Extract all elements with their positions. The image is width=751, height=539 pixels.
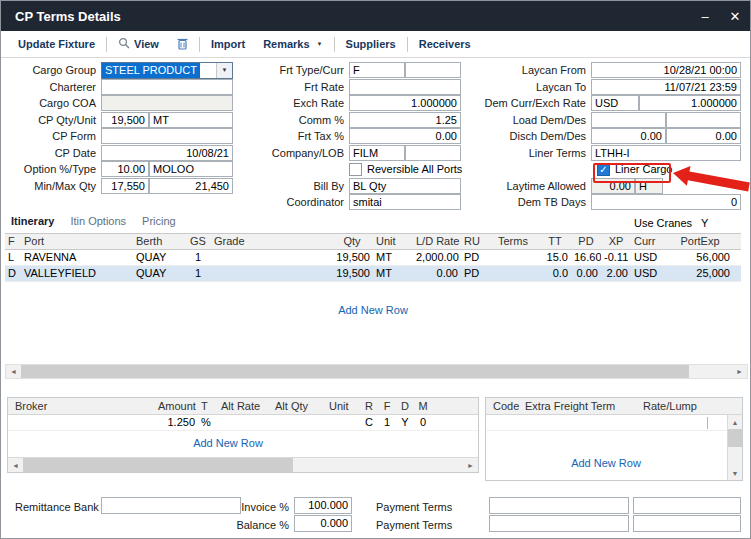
- scrollbar-thumb[interactable]: [21, 365, 689, 378]
- cp-date-field[interactable]: 10/08/21: [101, 145, 233, 161]
- laytime-allowed-field[interactable]: 0.00: [591, 178, 635, 194]
- remittance-bank-field[interactable]: [101, 497, 241, 514]
- liner-terms-field[interactable]: LTHH-I: [591, 145, 741, 161]
- header-cell[interactable]: Alt Rate: [218, 399, 272, 414]
- option-type-field[interactable]: MOLOO: [149, 161, 233, 177]
- extra-freight-add-new-row-link[interactable]: Add New Row: [486, 457, 726, 469]
- scrollbar-thumb[interactable]: [23, 458, 293, 472]
- extra-freight-vscrollbar[interactable]: ▲ ▼: [727, 415, 742, 480]
- cp-form-field[interactable]: [101, 128, 233, 144]
- header-cell[interactable]: D: [396, 399, 414, 414]
- header-cell[interactable]: M: [414, 399, 432, 414]
- scroll-right-icon[interactable]: ►: [732, 365, 747, 378]
- payment-terms-field-2b[interactable]: [633, 515, 741, 532]
- delete-button[interactable]: [168, 31, 197, 57]
- header-cell[interactable]: T: [198, 399, 218, 414]
- itinerary-add-new-row-link[interactable]: Add New Row: [5, 304, 741, 316]
- disch-des-field[interactable]: 0.00: [666, 128, 741, 144]
- receivers-button[interactable]: Receivers: [410, 31, 480, 57]
- scroll-up-icon[interactable]: ▲: [728, 415, 742, 429]
- company-field[interactable]: FILM: [349, 145, 405, 161]
- cargo-coa-field[interactable]: [101, 95, 233, 111]
- header-cell[interactable]: RU: [461, 234, 495, 249]
- charterer-field[interactable]: [101, 79, 233, 95]
- import-button[interactable]: Import: [202, 31, 254, 57]
- header-cell[interactable]: Grade: [211, 234, 331, 249]
- scrollbar-thumb[interactable]: [728, 429, 742, 447]
- frt-tax-field[interactable]: 0.00: [349, 128, 461, 144]
- max-qty-field[interactable]: 21,450: [149, 178, 233, 194]
- header-cell[interactable]: Berth: [133, 234, 185, 249]
- use-cranes-value[interactable]: Y: [701, 217, 708, 229]
- laycan-from-field[interactable]: 10/28/21 00:00: [591, 62, 741, 78]
- header-cell[interactable]: TT: [539, 234, 571, 249]
- empty-row[interactable]: [486, 415, 742, 431]
- dem-exch-rate-field[interactable]: 1.000000: [639, 95, 741, 111]
- laytime-unit-field[interactable]: H: [635, 178, 663, 194]
- reversible-all-ports-checkbox[interactable]: [349, 163, 362, 176]
- header-cell[interactable]: F: [5, 234, 21, 249]
- header-cell[interactable]: Unit: [326, 399, 360, 414]
- header-cell[interactable]: F: [378, 399, 396, 414]
- header-cell[interactable]: Code: [490, 399, 522, 414]
- itinerary-hscrollbar[interactable]: ◄ ►: [5, 364, 748, 379]
- header-cell[interactable]: Broker: [12, 399, 152, 414]
- header-cell[interactable]: Unit: [373, 234, 413, 249]
- header-cell[interactable]: R: [360, 399, 378, 414]
- dropdown-caret-icon[interactable]: ▼: [216, 63, 232, 78]
- header-cell[interactable]: L/D Rate: [413, 234, 461, 249]
- header-cell[interactable]: Terms: [495, 234, 539, 249]
- option-pct-field[interactable]: 10.00: [101, 161, 149, 177]
- close-button[interactable]: ✕: [720, 1, 750, 31]
- header-cell[interactable]: PortExp: [667, 234, 733, 249]
- table-row-selected[interactable]: D VALLEYFIELD QUAY 1 19,500 MT 0.00 PD 0…: [5, 266, 741, 282]
- exch-rate-field[interactable]: 1.000000: [349, 95, 461, 111]
- payment-terms-field-2[interactable]: [489, 515, 629, 532]
- frt-rate-field[interactable]: [349, 79, 461, 95]
- balance-pct-field[interactable]: 0.000: [294, 515, 352, 532]
- header-cell[interactable]: Curr: [631, 234, 667, 249]
- scroll-left-icon[interactable]: ◄: [8, 458, 23, 472]
- lob-field[interactable]: [405, 145, 461, 161]
- update-fixture-button[interactable]: Update Fixture: [9, 31, 104, 57]
- laycan-to-field[interactable]: 11/07/21 23:59: [591, 79, 741, 95]
- header-cell[interactable]: XP: [601, 234, 631, 249]
- payment-terms-field-1[interactable]: [489, 497, 629, 514]
- cargo-group-dropdown[interactable]: STEEL PRODUCT ▼: [101, 62, 233, 79]
- invoice-pct-field[interactable]: 100.000: [294, 497, 352, 514]
- header-cell[interactable]: Qty: [331, 234, 373, 249]
- cp-qty-field[interactable]: 19,500: [101, 112, 149, 128]
- dem-tb-days-field[interactable]: 0: [591, 194, 741, 210]
- broker-add-new-row-link[interactable]: Add New Row: [8, 437, 448, 449]
- header-cell[interactable]: GS: [185, 234, 211, 249]
- header-cell[interactable]: Port: [21, 234, 133, 249]
- disch-dem-field[interactable]: 0.00: [591, 128, 666, 144]
- min-qty-field[interactable]: 17,550: [101, 178, 149, 194]
- scroll-down-icon[interactable]: ▼: [728, 466, 742, 480]
- tab-pricing[interactable]: Pricing: [142, 215, 176, 227]
- dem-curr-field[interactable]: USD: [591, 95, 639, 111]
- liner-cargo-checkbox[interactable]: ✓: [597, 163, 610, 176]
- minimize-button[interactable]: –: [690, 1, 720, 31]
- table-row[interactable]: L RAVENNA QUAY 1 19,500 MT 2,000.00 PD 1…: [5, 250, 741, 266]
- header-cell[interactable]: Rate/Lump: [640, 399, 724, 414]
- tab-itinerary[interactable]: Itinerary: [11, 215, 54, 227]
- load-des-field[interactable]: [666, 112, 741, 128]
- frt-curr-field[interactable]: [405, 62, 461, 78]
- frt-type-field[interactable]: F: [349, 62, 405, 78]
- bill-by-field[interactable]: BL Qty: [349, 178, 461, 194]
- header-cell[interactable]: Extra Freight Term: [522, 399, 640, 414]
- scroll-left-icon[interactable]: ◄: [6, 365, 21, 378]
- table-row[interactable]: 1.250 % C 1 Y 0: [8, 415, 478, 431]
- header-cell[interactable]: Alt Qty: [272, 399, 326, 414]
- tab-itin-options[interactable]: Itin Options: [70, 215, 126, 227]
- remarks-button[interactable]: Remarks ▼: [254, 31, 331, 57]
- view-button[interactable]: View: [109, 31, 168, 57]
- broker-hscrollbar[interactable]: ◄ ►: [8, 457, 478, 472]
- header-cell[interactable]: Amount: [152, 399, 198, 414]
- cp-unit-field[interactable]: MT: [149, 112, 233, 128]
- payment-terms-field-1b[interactable]: [633, 497, 741, 514]
- comm-pct-field[interactable]: 1.25: [349, 112, 461, 128]
- suppliers-button[interactable]: Suppliers: [337, 31, 405, 57]
- load-dem-field[interactable]: [591, 112, 666, 128]
